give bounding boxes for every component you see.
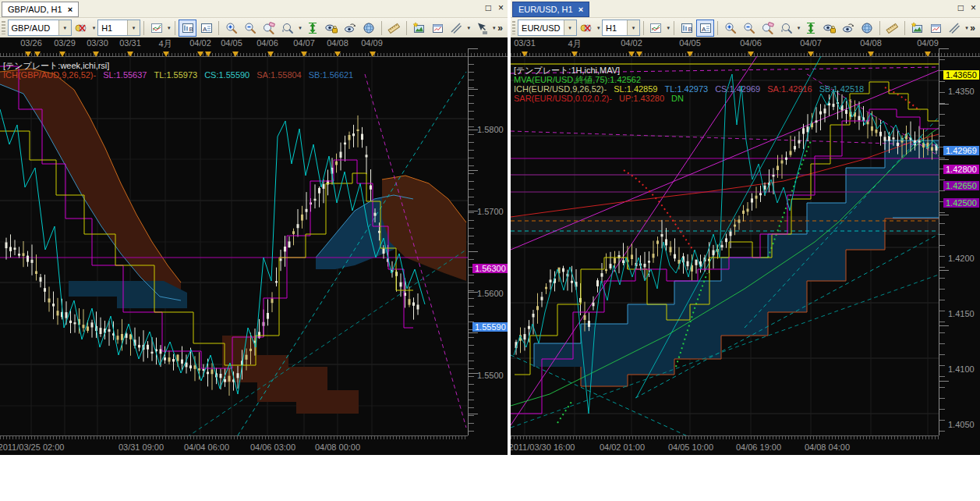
- chart-window-eurusd: EUR/USD, H1 × □ × EUR/USD ▾ ▾ H1 ▾ ▾ B A…: [511, 0, 980, 455]
- ruler-button[interactable]: [385, 20, 403, 37]
- price-axis[interactable]: 1.58001.57001.56001.55001.563001.55590: [468, 48, 508, 435]
- symbol-combobox[interactable]: GBP/AUD ▾: [8, 20, 72, 36]
- date-label: 2011/03/30 16:00: [511, 442, 575, 452]
- tab-bar: GBP/AUD, H1 × □ ×: [0, 0, 508, 18]
- chevron-down-icon[interactable]: ▾: [964, 25, 969, 31]
- chart-type-button[interactable]: [647, 20, 665, 37]
- chevron-down-icon[interactable]: ▾: [491, 25, 497, 31]
- chevron-down-icon[interactable]: ▾: [127, 20, 140, 35]
- ichimoku-sa: SA:1.55804: [256, 70, 302, 80]
- ichimoku-params: ICH(GBP/AUD,9,26,52)-: [3, 70, 96, 80]
- zoom-in-button[interactable]: [721, 20, 739, 37]
- chart-area-gbpaud[interactable]: 03/2603/2903/3003/314月04/0204/0504/0604/…: [0, 37, 508, 455]
- board-view-button[interactable]: B: [179, 20, 196, 37]
- svg-text:B: B: [189, 25, 193, 32]
- chart-image-window-button[interactable]: [429, 20, 447, 37]
- price-plot[interactable]: [0, 56, 468, 435]
- fit-vertical-button[interactable]: [802, 20, 820, 37]
- svg-text:A: A: [702, 25, 706, 32]
- ichimoku-sa: SA:1.42916: [767, 84, 812, 94]
- chevron-down-icon[interactable]: ▾: [58, 20, 71, 35]
- zoom-reset-button[interactable]: [759, 20, 777, 37]
- chevron-down-icon[interactable]: ▾: [297, 25, 302, 31]
- date-label: 04/05 10:00: [668, 442, 713, 452]
- zoom-range-button[interactable]: [278, 20, 296, 37]
- chart-area-eurusd[interactable]: 03/314月04/0204/0504/0604/0704/0804/09 [テ…: [511, 37, 980, 455]
- chevron-down-icon[interactable]: ▾: [466, 25, 472, 31]
- text-view-button[interactable]: A: [197, 20, 215, 37]
- chevron-down-icon[interactable]: ▾: [166, 25, 172, 31]
- restore-window-button[interactable]: □: [486, 2, 491, 13]
- zoom-reset-button[interactable]: [260, 20, 278, 37]
- unlink-pair-button[interactable]: [578, 20, 596, 37]
- chevron-down-icon[interactable]: ▾: [627, 20, 639, 35]
- ichimoku-sl: SL:1.42859: [614, 84, 657, 94]
- chevron-down-icon[interactable]: ▾: [564, 20, 576, 35]
- price-axis[interactable]: 1.43501.42001.41501.41001.40501.436501.4…: [939, 48, 980, 435]
- date-label: 04/05: [221, 38, 242, 48]
- unlink-pair-button[interactable]: [73, 20, 90, 37]
- chevron-down-icon[interactable]: ▾: [91, 25, 97, 31]
- globe-button[interactable]: [858, 20, 876, 37]
- svg-text:B: B: [688, 25, 692, 32]
- cursor-menu-button[interactable]: [472, 20, 490, 37]
- period-combobox[interactable]: H1 ▾: [602, 20, 640, 36]
- price-plot[interactable]: [511, 56, 939, 435]
- toolbar-overflow-button[interactable]: »: [497, 23, 506, 34]
- chart-image-window-button[interactable]: [927, 20, 945, 37]
- tab-gbpaud-h1[interactable]: GBP/AUD, H1 ×: [2, 2, 79, 17]
- ichimoku-tl: TL:1.42973: [664, 84, 708, 94]
- toolbar-grip[interactable]: [2, 21, 5, 34]
- date-label: 03/29: [54, 38, 76, 48]
- ichimoku-sl: SL:1.55637: [103, 70, 147, 80]
- zoom-out-button[interactable]: [241, 20, 259, 37]
- ruler-button[interactable]: [883, 20, 901, 37]
- close-window-button[interactable]: ×: [971, 2, 976, 13]
- board-view-button[interactable]: B: [678, 20, 695, 37]
- sar-dots-green: [557, 400, 573, 423]
- zoom-range-button[interactable]: [777, 20, 795, 37]
- indicator-legend: [テンプレート:week,ichi,rsi] ICH(GBP/AUD,9,26,…: [3, 61, 360, 80]
- zoom-out-button[interactable]: [740, 20, 758, 37]
- zoom-in-button[interactable]: [222, 20, 240, 37]
- trendline-tools-button[interactable]: [946, 20, 964, 37]
- chevron-down-icon[interactable]: ▾: [596, 25, 601, 31]
- save-image-button[interactable]: [908, 20, 926, 37]
- save-image-button[interactable]: [410, 20, 428, 37]
- close-window-button[interactable]: ×: [498, 2, 504, 13]
- fit-vertical-button[interactable]: [304, 20, 322, 37]
- period-combobox[interactable]: H1 ▾: [97, 20, 140, 36]
- view-refresh-button[interactable]: [341, 20, 359, 37]
- chart-type-button[interactable]: [147, 20, 165, 37]
- price-label: 1.5700: [477, 207, 504, 216]
- text-view-button[interactable]: A: [696, 20, 714, 37]
- date-label: 04/02: [621, 38, 642, 48]
- tab-close-icon[interactable]: ×: [68, 5, 73, 14]
- tab-eurusd-h1[interactable]: EUR/USD, H1 ×: [512, 2, 589, 17]
- restore-window-button[interactable]: □: [958, 2, 964, 13]
- ichimoku-cs: CS:1.42969: [715, 84, 760, 94]
- view-refresh-button[interactable]: [840, 20, 858, 37]
- chevron-down-icon[interactable]: ▾: [796, 25, 801, 31]
- chevron-down-icon[interactable]: ▾: [666, 25, 670, 31]
- price-tag: 1.43650: [943, 70, 979, 80]
- date-label: 03/31: [119, 38, 141, 48]
- date-label: 04/08: [327, 38, 348, 48]
- price-tag: 1.56300: [472, 264, 508, 273]
- tab-close-icon[interactable]: ×: [578, 5, 583, 14]
- symbol-combobox[interactable]: EUR/USD ▾: [518, 20, 577, 36]
- date-label: 04/08 00:00: [315, 442, 360, 452]
- price-tag: 1.42800: [943, 165, 979, 174]
- ichimoku-params: ICH(EUR/USD,9,26,52)-: [514, 84, 607, 94]
- sar-dn: DN: [671, 94, 684, 103]
- view-lock-button[interactable]: [323, 20, 341, 37]
- toolbar-grip[interactable]: [512, 21, 515, 34]
- date-label: 03/31 09:00: [119, 442, 164, 452]
- trendline-tools-button[interactable]: [448, 20, 465, 37]
- globe-button[interactable]: [360, 20, 378, 37]
- date-label: 04/07: [800, 38, 822, 48]
- date-label: 04/06: [256, 38, 278, 48]
- date-label: 04/08: [860, 38, 882, 48]
- toolbar-overflow-button[interactable]: »: [970, 23, 978, 34]
- view-lock-button[interactable]: [821, 20, 839, 37]
